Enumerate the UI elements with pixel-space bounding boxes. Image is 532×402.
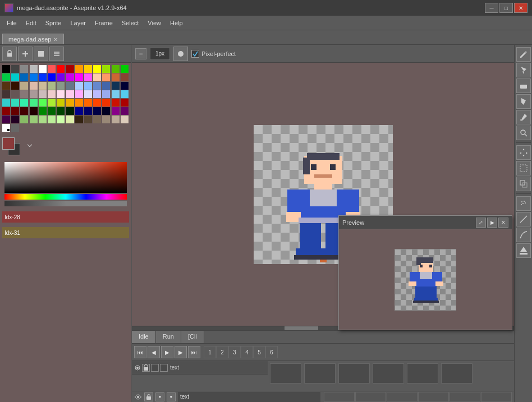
move-tool-button[interactable] — [516, 145, 531, 160]
palette-cell[interactable] — [84, 107, 92, 115]
preview-close-button[interactable]: ✕ — [498, 218, 508, 228]
pencil-tool-button[interactable] — [516, 47, 531, 62]
palette-cell-active[interactable] — [2, 124, 10, 132]
anim-tab-cli[interactable]: [Cli — [181, 331, 204, 343]
fill-tool[interactable] — [516, 243, 531, 258]
contour-tool[interactable] — [516, 228, 531, 242]
frame-cell-5[interactable] — [407, 363, 438, 383]
palette-cell[interactable] — [30, 82, 38, 90]
palette-cell[interactable] — [75, 107, 83, 115]
palette-cell[interactable] — [102, 99, 110, 107]
palette-cell[interactable] — [84, 73, 92, 81]
line-tool[interactable] — [516, 212, 531, 227]
palette-cell[interactable] — [20, 82, 28, 90]
frame-num-1[interactable]: 1 — [204, 346, 216, 358]
palette-cell[interactable] — [93, 65, 101, 73]
palette-cell[interactable] — [57, 65, 65, 73]
palette-cell[interactable] — [57, 107, 65, 115]
palette-cell[interactable] — [66, 73, 74, 81]
palette-cell[interactable] — [2, 99, 10, 107]
frame-cell-3[interactable] — [338, 363, 370, 383]
palette-cell[interactable] — [20, 73, 28, 81]
hue-bar[interactable] — [4, 194, 127, 200]
palette-cell[interactable] — [11, 115, 19, 123]
document-tab[interactable]: mega-dad.asep ✕ — [2, 34, 64, 44]
color-index-fg[interactable]: Idx-28 — [2, 211, 129, 223]
palette-cell[interactable] — [121, 73, 129, 81]
palette-cell[interactable] — [121, 82, 129, 90]
spray-tool[interactable] — [516, 196, 531, 211]
palette-stop-button[interactable] — [34, 47, 48, 61]
palette-cell[interactable] — [75, 82, 83, 90]
palette-cell[interactable] — [48, 82, 56, 90]
palette-cell[interactable] — [20, 65, 28, 73]
palette-cell[interactable] — [11, 124, 19, 132]
palette-cell[interactable] — [57, 90, 65, 98]
palette-cell[interactable] — [112, 90, 120, 98]
palette-cell[interactable] — [30, 73, 38, 81]
palette-cell[interactable] — [102, 65, 110, 73]
palette-cell[interactable] — [2, 73, 10, 81]
palette-menu-button[interactable] — [49, 47, 64, 61]
palette-cell[interactable] — [2, 65, 10, 73]
menu-help[interactable]: Help — [166, 19, 187, 27]
palette-cell[interactable] — [121, 115, 129, 123]
palette-cell[interactable] — [11, 65, 19, 73]
close-button[interactable]: ✕ — [514, 3, 528, 13]
palette-cell[interactable] — [84, 82, 92, 90]
eraser-tool-button[interactable] — [516, 78, 531, 93]
brush-size-input[interactable] — [150, 48, 170, 60]
menu-select[interactable]: Select — [117, 19, 144, 27]
frame-num-3[interactable]: 3 — [228, 346, 241, 358]
palette-cell[interactable] — [57, 82, 65, 90]
palette-cell[interactable] — [112, 107, 120, 115]
palette-cell[interactable] — [48, 107, 56, 115]
palette-cell[interactable] — [20, 99, 28, 107]
palette-cell[interactable] — [20, 90, 28, 98]
play-button[interactable]: ▶ — [161, 346, 173, 358]
palette-cell[interactable] — [84, 115, 92, 123]
menu-frame[interactable]: Frame — [90, 19, 117, 27]
select-rect-tool[interactable] — [516, 161, 531, 175]
frame-cell-6[interactable] — [441, 363, 473, 383]
palette-cell[interactable] — [93, 115, 101, 123]
palette-cell[interactable] — [75, 90, 83, 98]
palette-cell[interactable] — [66, 99, 74, 107]
palette-cell[interactable] — [93, 82, 101, 90]
palette-cell[interactable] — [11, 90, 19, 98]
palette-cell[interactable] — [121, 99, 129, 107]
layer-frame-cell[interactable] — [450, 392, 480, 402]
frame-num-4[interactable]: 4 — [241, 346, 253, 358]
palette-cell[interactable] — [39, 65, 47, 73]
anim-tab-run[interactable]: Run — [156, 331, 181, 343]
zoom-tool-button[interactable] — [516, 126, 531, 140]
preview-maximize-button[interactable]: ⤢ — [476, 218, 486, 228]
palette-add-button[interactable] — [18, 47, 33, 61]
palette-cell[interactable] — [48, 115, 56, 123]
menu-sprite[interactable]: Sprite — [41, 19, 66, 27]
title-controls[interactable]: ─ □ ✕ — [485, 3, 528, 13]
eyedropper-tool-button[interactable] — [516, 110, 531, 124]
palette-cell[interactable] — [48, 90, 56, 98]
palette-cell[interactable] — [121, 65, 129, 73]
palette-cell[interactable] — [30, 99, 38, 107]
frame-num-5[interactable]: 5 — [253, 346, 265, 358]
palette-cell[interactable] — [84, 90, 92, 98]
palette-cell[interactable] — [2, 82, 10, 90]
frame-num-2[interactable]: 2 — [216, 346, 228, 358]
palette-cell[interactable] — [11, 73, 19, 81]
palette-cell[interactable] — [11, 82, 19, 90]
palette-lock-button[interactable] — [2, 47, 17, 61]
palette-cell[interactable] — [112, 82, 120, 90]
color-index-bg[interactable]: Idx-31 — [2, 227, 129, 238]
pixel-perfect-checkbox[interactable] — [191, 50, 199, 58]
menu-file[interactable]: File — [2, 19, 21, 27]
palette-cell[interactable] — [102, 115, 110, 123]
tab-close-icon[interactable]: ✕ — [53, 36, 58, 43]
palette-cell[interactable] — [93, 73, 101, 81]
palette-cell[interactable] — [75, 65, 83, 73]
palette-cell[interactable] — [39, 82, 47, 90]
pixel-perfect-toggle[interactable]: Pixel-perfect — [191, 50, 236, 58]
palette-cell[interactable] — [57, 73, 65, 81]
palette-cell[interactable] — [39, 90, 47, 98]
